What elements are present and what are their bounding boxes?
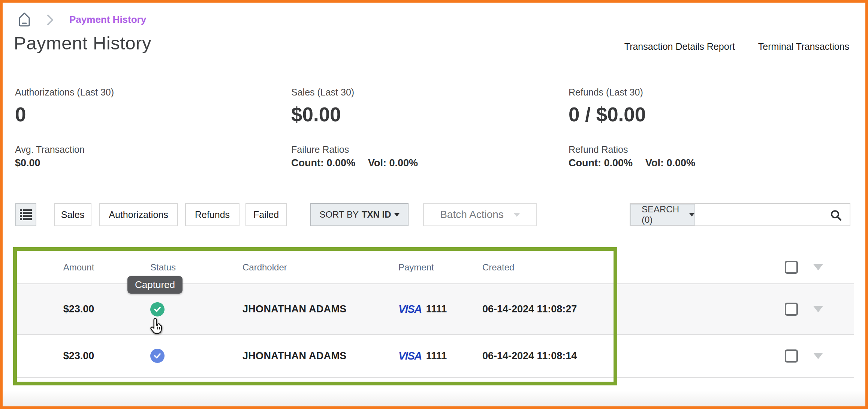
sort-by-value: TXN ID: [362, 209, 391, 220]
visa-logo: VISA: [398, 303, 422, 315]
stat-label: Refunds (Last 30): [569, 87, 695, 98]
chevron-down-icon: [394, 213, 400, 216]
payment-history-page: Payment History Payment History Transact…: [0, 0, 868, 409]
stat-sublabel: Refund Ratios: [569, 144, 695, 155]
stat-authorizations: Authorizations (Last 30) 0 Avg. Transact…: [15, 87, 114, 169]
search-input[interactable]: [695, 204, 850, 225]
transaction-details-report-link[interactable]: Transaction Details Report: [624, 41, 735, 52]
stat-subvalue-count: Count: 0.00%: [569, 157, 633, 169]
column-header-created: Created: [482, 251, 514, 284]
chevron-down-icon: [513, 213, 520, 217]
column-header-amount: Amount: [37, 251, 120, 284]
column-header-payment: Payment: [398, 251, 434, 284]
batch-actions-button[interactable]: Batch Actions: [423, 203, 537, 226]
row-checkbox[interactable]: [785, 349, 798, 363]
filter-refunds-button[interactable]: Refunds: [185, 203, 239, 226]
terminal-transactions-link[interactable]: Terminal Transactions: [758, 41, 849, 52]
page-title: Payment History: [14, 33, 151, 54]
card-last4: 1111: [426, 303, 447, 315]
status-tooltip: Captured: [127, 276, 183, 294]
stat-subvalue-count: Count: 0.00%: [291, 157, 355, 169]
stat-sublabel: Failure Ratios: [291, 144, 418, 155]
table-footer: [15, 377, 854, 387]
row-dropdown-icon[interactable]: [813, 306, 823, 312]
table-row[interactable]: $23.00 JHONATHAN ADAMS VISA 1111 06-14-2…: [15, 334, 854, 377]
amount-value: $23.00: [63, 350, 94, 362]
transactions-table: Amount Status Cardholder Payment Created…: [15, 251, 854, 387]
filter-sales-button[interactable]: Sales: [54, 203, 91, 226]
search-scope-label: SEARCH (0): [642, 204, 680, 225]
stat-subvalue: $0.00: [15, 157, 40, 169]
stat-subvalue-vol: Vol: 0.00%: [368, 157, 418, 169]
amount-value: $23.00: [63, 303, 94, 315]
stat-sublabel: Avg. Transaction: [15, 144, 114, 155]
stat-sales: Sales (Last 30) $0.00 Failure Ratios Cou…: [291, 87, 418, 169]
mouse-cursor-icon: [149, 317, 166, 337]
select-all-checkbox[interactable]: [785, 261, 798, 274]
stat-subvalue-vol: Vol: 0.00%: [645, 157, 695, 169]
filter-authorizations-button[interactable]: Authorizations: [99, 203, 178, 226]
batch-actions-label: Batch Actions: [440, 209, 504, 221]
stat-value: 0: [15, 103, 114, 126]
search-scope-dropdown[interactable]: SEARCH (0): [630, 204, 695, 225]
created-value: 06-14-2024 11:08:27: [482, 303, 577, 315]
header-dropdown-icon[interactable]: [813, 264, 823, 270]
search-control: SEARCH (0): [630, 203, 850, 226]
stat-refunds: Refunds (Last 30) 0 / $0.00 Refund Ratio…: [569, 87, 695, 169]
home-icon[interactable]: [16, 11, 33, 28]
column-header-cardholder: Cardholder: [242, 251, 287, 284]
visa-logo: VISA: [398, 350, 422, 362]
breadcrumb[interactable]: Payment History: [69, 14, 146, 25]
search-icon[interactable]: [830, 209, 842, 223]
stat-label: Sales (Last 30): [291, 87, 418, 98]
sort-by-prefix: SORT BY: [319, 209, 358, 220]
row-checkbox[interactable]: [785, 303, 798, 316]
bottom-gradient: [3, 391, 865, 406]
stat-label: Authorizations (Last 30): [15, 87, 114, 98]
created-value: 06-14-2024 11:08:14: [482, 350, 577, 362]
chevron-down-icon: [689, 213, 694, 216]
card-last4: 1111: [426, 350, 447, 362]
row-dropdown-icon[interactable]: [813, 353, 823, 359]
cardholder-value: JHONATHAN ADAMS: [242, 350, 347, 362]
stat-value: 0 / $0.00: [569, 103, 695, 126]
list-view-button[interactable]: [15, 203, 36, 226]
stat-value: $0.00: [291, 103, 418, 126]
status-captured-icon[interactable]: [150, 302, 165, 316]
filter-failed-button[interactable]: Failed: [245, 203, 287, 226]
list-icon: [20, 209, 32, 220]
sort-by-button[interactable]: SORT BY TXN ID: [310, 203, 409, 226]
breadcrumb-chevron-icon: [46, 14, 54, 27]
status-settled-icon[interactable]: [150, 349, 165, 363]
cardholder-value: JHONATHAN ADAMS: [242, 303, 347, 315]
